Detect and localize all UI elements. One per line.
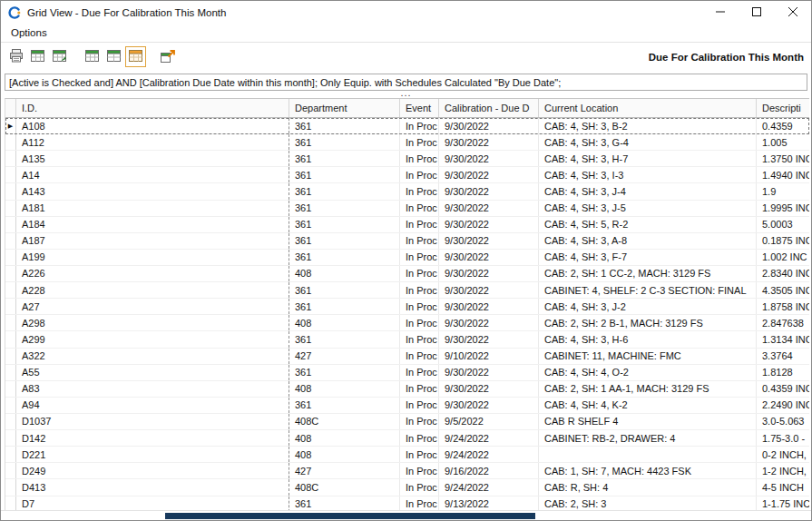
- grid-cell[interactable]: 9/30/2022: [439, 381, 539, 397]
- grid-cell[interactable]: In Proc: [400, 496, 439, 510]
- grid-cell[interactable]: A184: [16, 217, 289, 232]
- row-selector[interactable]: [5, 299, 16, 314]
- grid-cell[interactable]: CAB: 4, SH: 3, F-7: [539, 250, 757, 265]
- grid-cell[interactable]: CABINET: RB-2, DRAWER: 4: [539, 430, 757, 446]
- grid-cell[interactable]: In Proc: [400, 183, 439, 199]
- grid-cell[interactable]: 9/30/2022: [439, 201, 539, 216]
- grid-cell[interactable]: A187: [16, 233, 289, 249]
- grid-cell[interactable]: D7: [16, 496, 289, 510]
- grid-cell[interactable]: 0.4359: [757, 118, 809, 133]
- grid-cell[interactable]: CAB: 4, SH: 4, O-2: [539, 365, 757, 380]
- grid-cell[interactable]: A299: [16, 331, 289, 347]
- grid-cell[interactable]: CAB: 4, SH: 4, K-2: [539, 398, 757, 413]
- grid-cell[interactable]: In Proc: [400, 479, 439, 495]
- column-header-event[interactable]: Event: [400, 99, 439, 117]
- grid-cell[interactable]: 4.3505 INC: [757, 282, 809, 298]
- grid-cell[interactable]: 9/30/2022: [439, 398, 539, 413]
- grid-cell[interactable]: 361: [289, 398, 400, 413]
- grid-cell[interactable]: 9/24/2022: [439, 430, 539, 446]
- grid-cell[interactable]: 9/30/2022: [439, 151, 539, 166]
- row-selector[interactable]: ▶: [5, 118, 16, 133]
- table-row[interactable]: D413408CIn Proc9/24/2022CAB: R, SH: 44-5…: [5, 479, 809, 496]
- table-row[interactable]: A181361In Proc9/30/2022CAB: 4, SH: 3, J-…: [5, 201, 809, 217]
- grid-cell[interactable]: CAB: 4, SH: 3, J-2: [539, 299, 757, 314]
- grid-cell[interactable]: CAB: 4, SH: 3, J-5: [539, 201, 757, 216]
- grid-cell[interactable]: 9/30/2022: [439, 183, 539, 199]
- row-selector[interactable]: [5, 381, 16, 397]
- grid-cell[interactable]: 1.3134 INC: [757, 331, 809, 347]
- table-row[interactable]: A94361In Proc9/30/2022CAB: 4, SH: 4, K-2…: [5, 398, 809, 414]
- grid-cell[interactable]: In Proc: [400, 201, 439, 216]
- grid-cell[interactable]: In Proc: [400, 315, 439, 330]
- grid-cell[interactable]: 361: [289, 365, 400, 380]
- table-row[interactable]: A83408In Proc9/30/2022CAB: 2, SH: 1 AA-1…: [5, 381, 809, 398]
- grid-cell[interactable]: CAB: 2, SH: 2 B-1, MACH: 3129 FS: [539, 315, 757, 330]
- grid-cell[interactable]: 9/30/2022: [439, 217, 539, 232]
- grid-cell[interactable]: 1-1.75 INC: [757, 496, 809, 510]
- column-header-current-location[interactable]: Current Location: [539, 99, 757, 117]
- row-selector[interactable]: [5, 134, 16, 150]
- grid-cell[interactable]: In Proc: [400, 282, 439, 298]
- grid-cell[interactable]: In Proc: [400, 299, 439, 314]
- grid-cell[interactable]: [539, 447, 757, 462]
- grid-cell[interactable]: 408C: [289, 414, 400, 429]
- grid-cell[interactable]: D221: [16, 447, 289, 462]
- row-selector[interactable]: [5, 430, 16, 446]
- close-button[interactable]: [775, 1, 811, 24]
- grid-cell[interactable]: CAB R SHELF 4: [539, 414, 757, 429]
- grid-cell[interactable]: 4-5 INCH: [757, 479, 809, 495]
- row-selector[interactable]: [5, 331, 16, 347]
- print-button[interactable]: [5, 46, 26, 67]
- grid-cell[interactable]: CAB: 2, SH: 1 AA-1, MACH: 3129 FS: [539, 381, 757, 397]
- grid-cell[interactable]: CAB: 4, SH: 3, H-7: [539, 151, 757, 166]
- maximize-button[interactable]: [739, 1, 775, 24]
- grid-cell[interactable]: A181: [16, 201, 289, 216]
- row-selector[interactable]: [5, 479, 16, 495]
- grid-cell[interactable]: 1.005: [757, 134, 809, 150]
- grid-cell[interactable]: 361: [289, 282, 400, 298]
- grid-cell[interactable]: CAB: 4, SH: 3, G-4: [539, 134, 757, 150]
- grid-cell[interactable]: 1.9: [757, 183, 809, 199]
- grid-cell[interactable]: CAB: R, SH: 4: [539, 479, 757, 495]
- row-selector[interactable]: [5, 266, 16, 281]
- row-selector[interactable]: [5, 463, 16, 478]
- grid-cell[interactable]: A108: [16, 118, 289, 133]
- grid-cell[interactable]: In Proc: [400, 233, 439, 249]
- horizontal-scrollbar-thumb[interactable]: [165, 513, 535, 519]
- grid-cell[interactable]: 361: [289, 167, 400, 182]
- grid-cell[interactable]: A14: [16, 167, 289, 182]
- grid-cell[interactable]: 361: [289, 151, 400, 166]
- table-row[interactable]: D142408In Proc9/24/2022CABINET: RB-2, DR…: [5, 430, 809, 447]
- grid-cell[interactable]: A298: [16, 315, 289, 330]
- grid-cell[interactable]: 0.4359 INC: [757, 381, 809, 397]
- grid-cell[interactable]: A322: [16, 349, 289, 364]
- grid-cell[interactable]: 1-2 INCH,: [757, 463, 809, 478]
- grid-cell[interactable]: 9/30/2022: [439, 299, 539, 314]
- row-selector[interactable]: [5, 151, 16, 166]
- row-selector[interactable]: [5, 365, 16, 380]
- grid-cell[interactable]: 9/30/2022: [439, 134, 539, 150]
- grid-cell[interactable]: A27: [16, 299, 289, 314]
- grid-cell[interactable]: 361: [289, 331, 400, 347]
- table-row[interactable]: A112361In Proc9/30/2022CAB: 4, SH: 3, G-…: [5, 134, 809, 151]
- grid-cell[interactable]: CAB: 4, SH: 3, I-3: [539, 167, 757, 182]
- column-header-id[interactable]: I.D.: [16, 99, 289, 117]
- grid-cell[interactable]: D1037: [16, 414, 289, 429]
- grid-cell[interactable]: D413: [16, 479, 289, 495]
- grid-cell[interactable]: 0-2 INCH,: [757, 447, 809, 462]
- table-row[interactable]: A298408In Proc9/30/2022CAB: 2, SH: 2 B-1…: [5, 315, 809, 331]
- grid-cell[interactable]: 9/5/2022: [439, 414, 539, 429]
- row-selector[interactable]: [5, 201, 16, 216]
- grid-cell[interactable]: 361: [289, 183, 400, 199]
- grid-cell[interactable]: 9/10/2022: [439, 349, 539, 364]
- grid-cell[interactable]: CAB: 4, SH: 3, H-6: [539, 331, 757, 347]
- grid-cell[interactable]: In Proc: [400, 430, 439, 446]
- row-selector[interactable]: [5, 414, 16, 429]
- grid-cell[interactable]: 361: [289, 201, 400, 216]
- grid-cell[interactable]: 1.8128: [757, 365, 809, 380]
- table-row[interactable]: D221408In Proc9/24/20220-2 INCH,: [5, 447, 809, 463]
- grid-cell[interactable]: 361: [289, 118, 400, 133]
- grid-cell[interactable]: 427: [289, 349, 400, 364]
- grid-cell[interactable]: In Proc: [400, 331, 439, 347]
- table-row[interactable]: A199361In Proc9/30/2022CAB: 4, SH: 3, F-…: [5, 250, 809, 266]
